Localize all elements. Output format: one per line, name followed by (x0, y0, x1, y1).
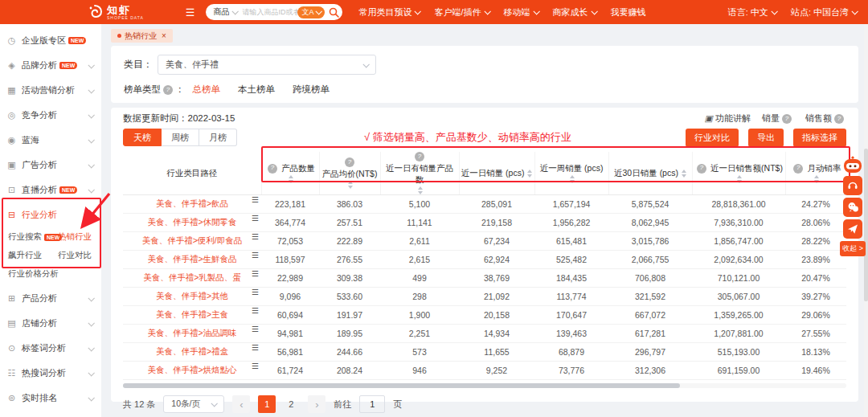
column-header[interactable]: 产品数量 (261, 152, 319, 195)
trend-icon[interactable]: ☰ (252, 325, 259, 334)
next-page-button[interactable]: › (308, 395, 326, 413)
sidebar-item[interactable]: ◉蓝海 (0, 128, 101, 153)
sort-icon[interactable] (418, 186, 423, 194)
sidebar-subitem[interactable]: 行业对比 (58, 250, 101, 261)
trend-icon[interactable]: ☰ (252, 343, 259, 353)
sidebar-item[interactable]: ▣广告分析 (0, 153, 101, 178)
jump-page-input[interactable]: 1 (359, 395, 385, 413)
help-icon[interactable] (793, 164, 803, 174)
category-link[interactable]: 美食、伴手禮>乳製品、蛋 (143, 272, 241, 282)
feature-guide-link[interactable]: ▣ 功能讲解 (705, 112, 751, 125)
help-icon[interactable] (268, 164, 277, 174)
period-tab[interactable]: 天榜 (123, 129, 162, 146)
language-select[interactable]: 语言: 中文 (728, 6, 776, 18)
column-header[interactable]: 近一日销售额(NT$) (692, 152, 785, 195)
sidebar-subitem[interactable]: 热销行业 (58, 231, 101, 243)
vertical-scrollbar-thumb[interactable] (864, 149, 868, 301)
sidebar-item[interactable]: ◷企业版专区NEW (0, 28, 101, 53)
category-link[interactable]: 美食、伴手禮>主食 (156, 309, 228, 319)
help-icon[interactable] (415, 152, 424, 161)
prev-page-button[interactable]: ‹ (232, 395, 250, 413)
sidebar-item[interactable]: ▤店铺分析 (0, 311, 101, 336)
column-header[interactable]: 近一日销量 (pcs) (459, 152, 534, 195)
trend-icon[interactable]: ☰ (252, 195, 259, 205)
rank-type-option[interactable]: 总榜单 (193, 84, 221, 96)
sidebar-item[interactable]: ▦活动营销分析 (0, 78, 101, 103)
trend-icon[interactable]: ☰ (252, 232, 259, 242)
trend-icon[interactable]: ☰ (252, 306, 259, 316)
sidebar-item[interactable]: ◈品牌分析NEW (0, 53, 101, 78)
search-icon[interactable] (328, 6, 340, 18)
rank-type-option[interactable]: 本土榜单 (238, 84, 275, 96)
sales-volume-help[interactable]: 销量 (762, 112, 794, 125)
search-scope-select[interactable]: 商品 (213, 6, 237, 18)
close-tab-icon[interactable]: × (162, 31, 166, 40)
topbar-menu-item[interactable]: 常用类目预设 (358, 6, 420, 18)
robot-icon[interactable] (842, 156, 863, 174)
sidebar-item[interactable]: ⊡直播分析NEW (0, 178, 101, 202)
category-link[interactable]: 美食、伴手禮>烘焙點心 (147, 365, 236, 374)
trend-icon[interactable]: ☰ (252, 214, 259, 223)
category-link[interactable]: 美食、伴手禮>飲品 (156, 198, 228, 208)
category-link[interactable]: 美食、伴手禮>休閒零食 (147, 217, 236, 227)
sort-icon[interactable] (348, 181, 353, 189)
horizontal-scrollbar-thumb[interactable] (123, 383, 680, 388)
sort-icon[interactable] (289, 175, 293, 183)
language-toggle-chip[interactable]: 文A (297, 6, 325, 18)
category-link[interactable]: 美食、伴手禮>生鮮食品 (147, 254, 236, 264)
category-link[interactable]: 美食、伴手禮>油品調味 (147, 328, 236, 337)
sidebar-item[interactable]: ☷热搜词分析 (0, 361, 101, 386)
trend-icon[interactable]: ☰ (252, 288, 259, 297)
sidebar-item[interactable]: ⊞产品分析 (0, 286, 101, 311)
column-header[interactable]: 近一日有销量产品数 (380, 152, 459, 195)
trend-icon[interactable]: ☰ (252, 362, 259, 371)
help-icon[interactable] (163, 85, 173, 95)
sort-icon[interactable] (814, 175, 819, 183)
wechat-icon[interactable] (843, 198, 862, 217)
export-button[interactable]: 导出 (748, 129, 784, 147)
rank-type-option[interactable]: 跨境榜单 (293, 84, 330, 96)
sidebar-item[interactable]: ⊚实时排名 (0, 386, 101, 411)
industry-compare-button[interactable]: 行业对比 (686, 129, 739, 147)
sidebar-item[interactable]: ⊟行业分析 (0, 202, 101, 227)
collapse-button[interactable]: 收起 > (840, 241, 866, 256)
column-header[interactable]: 月动销率 (785, 152, 846, 195)
page-button[interactable]: 2 (282, 395, 300, 413)
sidebar-subitem[interactable]: 飙升行业 (8, 250, 58, 261)
help-icon[interactable] (345, 157, 354, 167)
topbar-menu-item[interactable]: 我要赚钱 (611, 6, 646, 18)
sidebar-item[interactable]: ⌂实用工具NEW (0, 411, 101, 417)
category-link[interactable]: 美食、伴手禮>禮盒 (156, 346, 228, 356)
period-tab[interactable]: 月榜 (199, 129, 237, 146)
telegram-plane-icon[interactable] (843, 219, 862, 239)
sidebar-item[interactable]: ◎竞争分析 (0, 103, 101, 128)
support-headset-icon[interactable] (843, 176, 862, 195)
help-icon[interactable] (697, 164, 706, 174)
trend-icon[interactable]: ☰ (252, 251, 259, 260)
sort-icon[interactable] (570, 175, 575, 183)
page-button[interactable]: 1 (258, 395, 276, 413)
category-link[interactable]: 美食、伴手禮>便利/即食品 (142, 235, 243, 245)
menu-collapse-icon[interactable]: ☰ (186, 6, 195, 18)
category-select[interactable]: 美食、伴手禮 (158, 55, 376, 75)
column-header[interactable]: 近一周销量 (pcs) (534, 152, 608, 195)
trend-icon[interactable]: ☰ (252, 269, 259, 279)
sidebar-subitem[interactable]: 行业价格分析 (8, 268, 101, 280)
metric-select-button[interactable]: 指标选择 (793, 129, 846, 147)
sidebar-item[interactable]: ⊙标签词分析 (0, 336, 101, 361)
column-header[interactable]: 产品均价(NT$) (319, 152, 380, 195)
period-tab[interactable]: 周榜 (162, 129, 199, 146)
sales-amount-help[interactable]: 销售额 (805, 112, 846, 125)
page-size-select[interactable]: 10条/页 (163, 395, 224, 413)
topbar-menu-item[interactable]: 客户端/插件 (434, 6, 489, 18)
page-tab[interactable]: 热销行业 × (111, 29, 173, 43)
site-select[interactable]: 站点: 中国台湾 (791, 6, 857, 18)
sort-icon[interactable] (682, 170, 686, 178)
sidebar-subitem[interactable]: 行业搜索NEW (8, 231, 58, 243)
category-link[interactable]: 美食、伴手禮>其他 (156, 291, 228, 300)
topbar-menu-item[interactable]: 商家成长 (553, 6, 596, 18)
search-input[interactable]: 请输入商品ID或者商品链接 (242, 7, 297, 18)
sort-icon[interactable] (527, 170, 532, 178)
topbar-menu-item[interactable]: 移动端 (504, 6, 538, 18)
column-header[interactable]: 近30日销量 (pcs) (608, 152, 692, 195)
